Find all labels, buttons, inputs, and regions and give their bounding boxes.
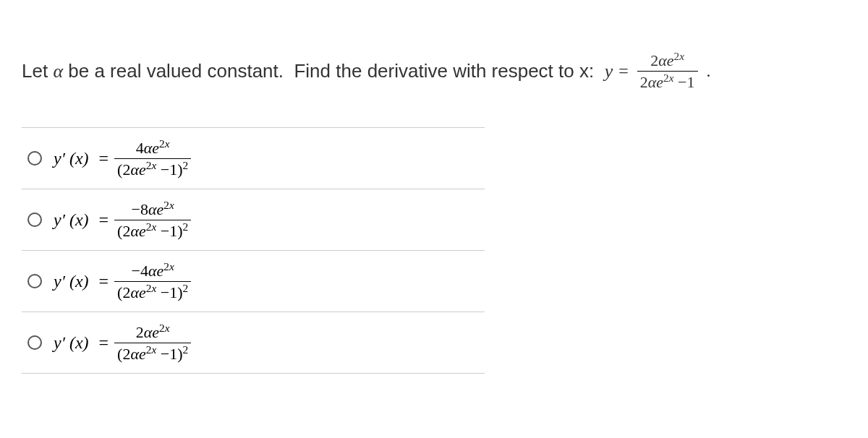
option-numerator: −4αe2x <box>129 261 177 281</box>
option-label: y′ (x) <box>54 333 89 353</box>
option-eq: = <box>99 210 109 230</box>
option-fraction: 2αe2x (2αe2x −1)2 <box>114 322 191 363</box>
option-4[interactable]: y′ (x) = 2αe2x (2αe2x −1)2 <box>22 312 485 374</box>
prompt-text: Let α be a real valued constant. Find th… <box>22 57 605 85</box>
option-label: y′ (x) <box>54 149 89 168</box>
equation-eq: = <box>618 58 629 84</box>
option-denominator: (2αe2x −1)2 <box>114 220 191 241</box>
equation-lhs: y <box>605 57 613 85</box>
option-numerator: 2αe2x <box>133 322 173 343</box>
radio-icon[interactable] <box>27 212 42 227</box>
option-denominator: (2αe2x −1)2 <box>114 281 191 302</box>
question-prompt: Let α be a real valued constant. Find th… <box>0 0 868 113</box>
function-denominator: 2αe2x −1 <box>637 71 698 92</box>
options-list: y′ (x) = 4αe2x (2αe2x −1)2 y′ (x) = −8αe… <box>22 127 485 374</box>
radio-icon[interactable] <box>27 335 42 350</box>
option-2[interactable]: y′ (x) = −8αe2x (2αe2x −1)2 <box>22 189 485 250</box>
option-eq: = <box>99 272 109 291</box>
function-numerator: 2αe2x <box>647 51 687 71</box>
option-1[interactable]: y′ (x) = 4αe2x (2αe2x −1)2 <box>22 127 485 189</box>
option-3[interactable]: y′ (x) = −4αe2x (2αe2x −1)2 <box>22 250 485 312</box>
option-fraction: −8αe2x (2αe2x −1)2 <box>114 199 191 240</box>
radio-icon[interactable] <box>27 274 42 288</box>
option-numerator: −8αe2x <box>129 199 177 220</box>
option-label: y′ (x) <box>54 272 89 291</box>
option-label: y′ (x) <box>54 210 89 230</box>
option-eq: = <box>99 149 109 168</box>
option-fraction: 4αe2x (2αe2x −1)2 <box>114 138 191 179</box>
option-numerator: 4αe2x <box>133 138 173 158</box>
option-fraction: −4αe2x (2αe2x −1)2 <box>114 261 191 301</box>
radio-icon[interactable] <box>27 151 42 166</box>
function-fraction: 2αe2x 2αe2x −1 <box>637 51 698 91</box>
option-denominator: (2αe2x −1)2 <box>114 158 191 179</box>
period: . <box>707 58 711 84</box>
option-denominator: (2αe2x −1)2 <box>114 343 191 364</box>
option-eq: = <box>99 333 109 353</box>
